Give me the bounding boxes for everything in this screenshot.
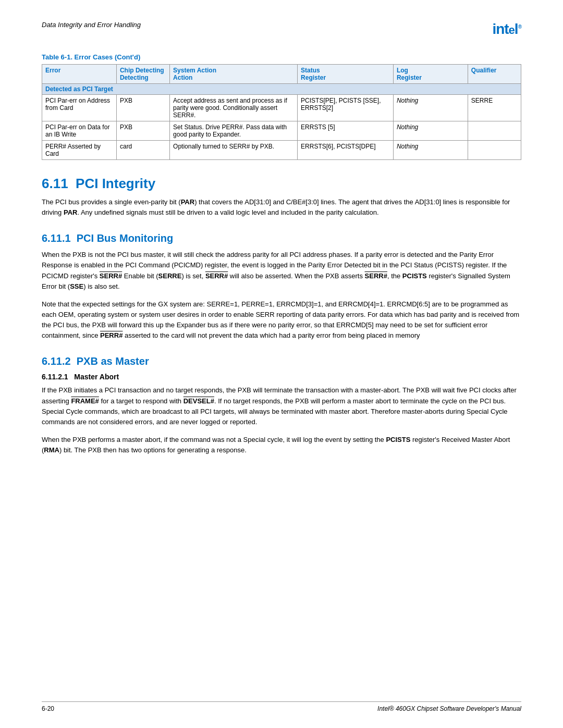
table-section-header: Detected as PCI Target [42, 84, 521, 95]
cell-log: Nothing [393, 141, 468, 160]
section-6111-heading: 6.11.1 PCI Bus Monitoring [42, 232, 521, 244]
section-61121-heading: 6.11.2.1 Master Abort [42, 373, 521, 381]
table-row: PERR# Asserted by Card card Optionally t… [42, 141, 521, 160]
page: Data Integrity and Error Handling intel®… [0, 0, 563, 728]
cell-chip: card [116, 141, 169, 160]
section-611-body1: The PCI bus provides a single even-parit… [42, 197, 521, 218]
cell-action: Set Status. Drive PERR#. Pass data with … [170, 121, 298, 141]
col-log: Log Register [393, 65, 468, 84]
page-footer: 6-20 Intel® 460GX Chipset Software Devel… [42, 701, 521, 712]
col-qualifier: Qualifier [468, 65, 521, 84]
intel-logo: intel® [492, 21, 521, 38]
cell-qualifier [468, 121, 521, 141]
cell-chip: PXB [116, 95, 169, 121]
footer-page-number: 6-20 [42, 705, 54, 712]
cell-status: ERRSTS[6], PCISTS[DPE] [298, 141, 394, 160]
section-611-heading: 6.11 PCI Integrity [42, 176, 521, 192]
cell-log: Nothing [393, 95, 468, 121]
table-title: Table 6-1. Error Cases (Cont'd) [42, 53, 521, 61]
cell-error: PERR# Asserted by Card [42, 141, 117, 160]
col-action: System Action Action [170, 65, 298, 84]
footer-doc-title: Intel® 460GX Chipset Software Developer'… [377, 705, 521, 712]
cell-status: ERRSTS [5] [298, 121, 394, 141]
page-header: Data Integrity and Error Handling intel® [42, 21, 521, 38]
header-title: Data Integrity and Error Handling [42, 21, 141, 29]
cell-action: Accept address as sent and process as if… [170, 95, 298, 121]
cell-action: Optionally turned to SERR# by PXB. [170, 141, 298, 160]
col-chip: Chip Detecting Detecting [116, 65, 169, 84]
cell-qualifier: SERRE [468, 95, 521, 121]
table-row: PCI Par-err on Data for an IB Write PXB … [42, 121, 521, 141]
section-61121-body1: If the PXB initiates a PCI transaction a… [42, 385, 521, 427]
cell-error: PCI Par-err on Address from Card [42, 95, 117, 121]
cell-log: Nothing [393, 121, 468, 141]
section-6111-body2: Note that the expected settings for the … [42, 299, 521, 341]
section-6112-heading: 6.11.2 PXB as Master [42, 355, 521, 367]
col-status: Status Register [298, 65, 394, 84]
section-6111-body1: When the PXB is not the PCI bus master, … [42, 250, 521, 292]
cell-qualifier [468, 141, 521, 160]
cell-chip: PXB [116, 121, 169, 141]
cell-status: PCISTS[PE], PCISTS [SSE], ERRSTS[2] [298, 95, 394, 121]
section-61121-body2: When the PXB performs a master abort, if… [42, 435, 521, 455]
cell-error: PCI Par-err on Data for an IB Write [42, 121, 117, 141]
table-row: PCI Par-err on Address from Card PXB Acc… [42, 95, 521, 121]
col-error: Error [42, 65, 117, 84]
error-table: Error Chip Detecting Detecting System Ac… [42, 64, 521, 160]
